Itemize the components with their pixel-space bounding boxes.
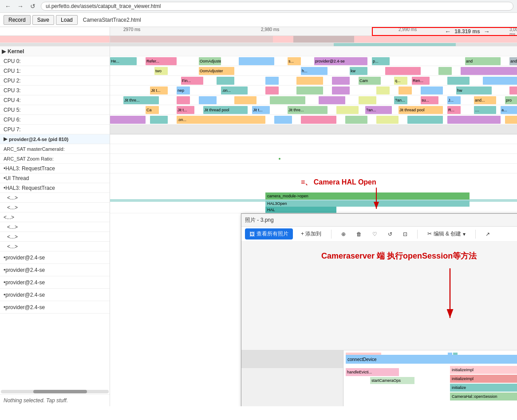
- kernel-spacer: [110, 47, 517, 56]
- sidebar-scrollbar[interactable]: [1, 390, 109, 393]
- cpu-block: pro: [505, 96, 517, 104]
- photo-titlebar: 照片 - 3.png −: [241, 214, 517, 227]
- cpu-block: android.bg: [509, 57, 517, 65]
- cpu-3-row: Jit t... nep .on... hw: [110, 86, 517, 95]
- chevron-down-icon: ▾: [463, 231, 466, 237]
- connect-device-block: connectDevice: [346, 355, 517, 364]
- zoom-button[interactable]: ⊕: [339, 230, 348, 239]
- cpu-block: OomAdjuster: [199, 67, 234, 75]
- edit-create-button[interactable]: ✂ 编辑 & 创建 ▾: [425, 229, 468, 239]
- refresh-button[interactable]: ↺: [28, 2, 37, 11]
- cpu-block: Ca: [146, 106, 159, 114]
- mini-grey-left2: [241, 368, 343, 406]
- photo-window[interactable]: 照片 - 3.png − 🖼 查看所有照片 + 添加到 ⊕ 🗑: [241, 213, 517, 406]
- kernel-section-header[interactable]: ▶ Kernel: [0, 47, 110, 56]
- cpu-block: and...: [474, 96, 496, 104]
- cpu-6-row: .on...: [110, 115, 517, 125]
- photo-title: 照片 - 3.png: [245, 216, 274, 224]
- provider4-label[interactable]: • provider@2.4-se: [0, 289, 110, 301]
- start-camera-ops-block: startCameraOps: [370, 377, 414, 384]
- rotate-button[interactable]: ↺: [385, 230, 395, 239]
- rotate-icon: ↺: [388, 231, 392, 237]
- forward-button[interactable]: →: [16, 2, 25, 11]
- hal3-request-row: [110, 154, 517, 164]
- cpu-block: [376, 116, 399, 124]
- browser-nav: ← → ↺ ui.perfetto.dev/assets/catapult_tr…: [0, 0, 517, 12]
- cpu-block: [239, 57, 274, 65]
- photo-toolbar: 🖼 查看所有照片 + 添加到 ⊕ 🗑 ♡ ↺: [241, 227, 517, 242]
- cpu-block: p...: [372, 57, 390, 65]
- cpu-block: [407, 116, 443, 124]
- camera-hal-open-session-block: CameraHal::openSession: [450, 393, 517, 400]
- status-bar: Nothing selected. Tap stuff.: [0, 394, 110, 406]
- cpu-block: and: [465, 57, 501, 65]
- mini-trace-area: connectDevice handleEvicti... startCamer…: [241, 350, 517, 406]
- arc-sat2-label: ARC_SAT Zoom Ratio:: [0, 154, 110, 164]
- cpu-block: R...: [447, 106, 461, 114]
- share-icon: ↗: [485, 231, 490, 237]
- delete-button[interactable]: 🗑: [354, 230, 364, 239]
- ui-thread-label[interactable]: • UI Thread: [0, 173, 110, 183]
- camera-hal-area: ≡、 Camera HAL Open camera_module->open H…: [110, 173, 517, 213]
- perfetto-toolbar: Record Save Load CameraStartTrace2.html: [0, 13, 517, 27]
- dots5-label: <...>: [0, 232, 110, 242]
- heart-button[interactable]: ♡: [370, 230, 380, 239]
- cpu-block: [234, 96, 257, 104]
- cpu-block: Jit thre...: [288, 106, 328, 114]
- dots1-label: <...>: [0, 193, 110, 203]
- share-button[interactable]: ↗: [483, 230, 493, 239]
- provider2-label[interactable]: • provider@2.4-se: [0, 264, 110, 276]
- cpu-block: [385, 67, 421, 75]
- cpu-1-label: CPU 1:: [0, 66, 110, 76]
- provider5-label[interactable]: • provider@2.4-se: [0, 301, 110, 314]
- cpu-block: h...: [301, 67, 328, 75]
- cpu-block: hw: [456, 86, 492, 94]
- provider-header-label: provider@2.4-se (pid 810): [9, 137, 68, 142]
- cpu-4-row: Jit thre... ?an... su... J... and... pro: [110, 95, 517, 105]
- hal3-request2-label[interactable]: • HAL3: RequestTrace: [0, 183, 110, 193]
- cpu-block: [332, 86, 350, 94]
- heart-icon: ♡: [372, 231, 377, 237]
- hal3-request-label[interactable]: • HAL3: RequestTrace: [0, 164, 110, 173]
- hal3-request2-text: HAL3: RequestTrace: [5, 185, 55, 191]
- delete-icon: 🗑: [356, 231, 362, 237]
- hal-annotation-icon: ≡、: [301, 178, 312, 186]
- dots3-label: <...>: [0, 212, 110, 222]
- provider1-label[interactable]: • provider@2.4-se: [0, 251, 110, 264]
- annotation2-arrow: [437, 268, 463, 323]
- cpu-block: [461, 67, 517, 75]
- crop-button[interactable]: ⊡: [400, 230, 410, 239]
- trace-area[interactable]: 2970 ms 2,980 ms 2,990 ms 3,000 ms ← 18.…: [110, 27, 517, 406]
- cpu-block: [177, 96, 190, 104]
- zoom-icon: ⊕: [341, 231, 346, 237]
- edit-create-label: ✂ 编辑 & 创建: [427, 230, 461, 238]
- cpu-block: [509, 86, 517, 94]
- cpu-block: [483, 77, 517, 85]
- cpu-block: [296, 86, 323, 94]
- cpu-block: Jit thread pool: [203, 106, 248, 114]
- cpu-block: [265, 77, 279, 85]
- timeline-header: 2970 ms 2,980 ms 2,990 ms 3,000 ms ← 18.…: [110, 27, 517, 36]
- dots2-label: <...>: [0, 203, 110, 212]
- cpu-block: [265, 86, 279, 94]
- provider-section-header[interactable]: ▶ provider@2.4-se (pid 810): [0, 134, 110, 144]
- cpu-0-row: He... Refer... OomAdjuster s... provider…: [110, 56, 517, 66]
- save-button[interactable]: Save: [32, 15, 54, 25]
- cpu-block: [505, 116, 517, 124]
- cpu-block: provider@2.4-se: [314, 57, 367, 65]
- back-button[interactable]: ←: [4, 2, 12, 11]
- add-to-button[interactable]: + 添加到: [298, 229, 324, 239]
- address-bar[interactable]: ui.perfetto.dev/assets/catapult_trace_vi…: [41, 2, 513, 11]
- hal3-dot: [279, 158, 280, 160]
- provider-header-row: [110, 125, 517, 134]
- load-button[interactable]: Load: [56, 15, 78, 25]
- cpu-2-row: Fin... Cam q... Ren...: [110, 76, 517, 86]
- view-all-button[interactable]: 🖼 查看所有照片: [245, 228, 293, 239]
- record-button[interactable]: Record: [4, 15, 31, 25]
- cpu-block: [376, 86, 390, 94]
- dots4-label: <...>: [0, 222, 110, 232]
- provider3-label[interactable]: • provider@2.4-se: [0, 276, 110, 289]
- cpu-block: [421, 86, 443, 94]
- toolbar-sep1: [331, 230, 332, 239]
- cpu-block: Fin...: [181, 77, 203, 85]
